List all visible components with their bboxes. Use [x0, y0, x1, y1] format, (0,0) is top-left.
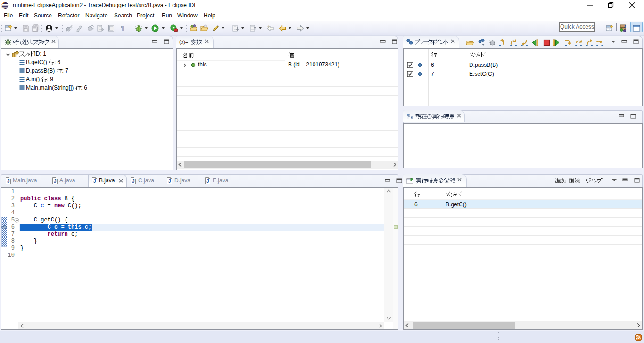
svg-text:J: J [624, 24, 626, 29]
svg-text:J: J [7, 179, 10, 184]
svg-text:J: J [168, 179, 171, 184]
svg-text:J: J [93, 179, 96, 184]
svg-text:J: J [206, 179, 209, 184]
svg-text:J: J [54, 179, 57, 184]
svg-text:J: J [132, 179, 135, 184]
